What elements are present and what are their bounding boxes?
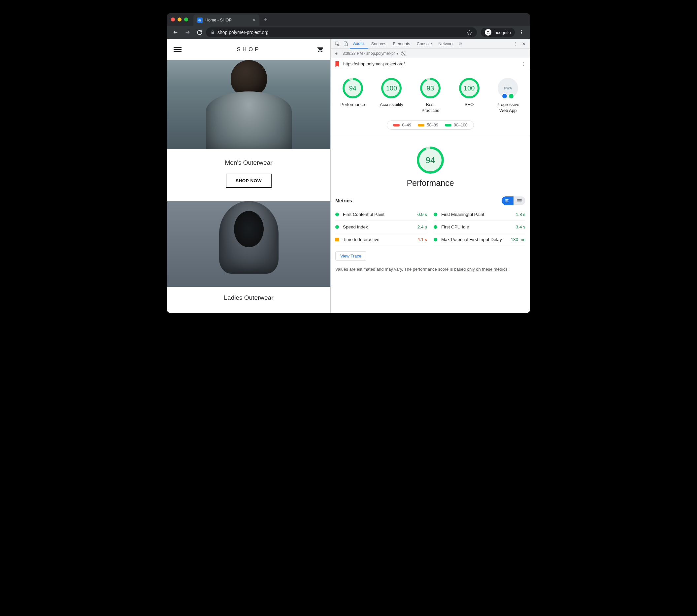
- tab-favicon-icon: 🛍: [197, 17, 203, 23]
- note-link[interactable]: based only on these metrics: [454, 267, 507, 272]
- gauge-accessibility[interactable]: 100 Accessibility: [375, 78, 408, 113]
- maximize-window-button[interactable]: [184, 17, 188, 21]
- metric-name: First Contentful Paint: [343, 212, 417, 217]
- svg-point-10: [523, 63, 524, 64]
- metric-fci[interactable]: First CPU Idle 3.4 s: [434, 221, 525, 233]
- metric-status-icon: [434, 212, 437, 216]
- reload-button[interactable]: [194, 27, 205, 38]
- lock-icon: [210, 30, 215, 35]
- tab-console[interactable]: Console: [414, 39, 435, 48]
- tab-sources[interactable]: Sources: [368, 39, 390, 48]
- audit-run-label: 3:38:27 PM - shop.polymer-pr: [343, 51, 395, 56]
- shop-now-button[interactable]: SHOP NOW: [226, 174, 272, 188]
- bookmark-star-icon[interactable]: [466, 30, 472, 35]
- note-prefix: Values are estimated and may vary. The p…: [335, 267, 454, 272]
- minimize-window-button[interactable]: [178, 17, 181, 21]
- window-controls: [171, 17, 188, 21]
- legend-avg: 50–89: [427, 123, 438, 128]
- browser-window: 🛍 Home - SHOP × + shop.polymer-project.o…: [167, 13, 530, 313]
- browser-tab[interactable]: 🛍 Home - SHOP ×: [193, 15, 259, 26]
- metric-name: Time to Interactive: [343, 237, 417, 242]
- metric-status-icon: [434, 238, 437, 241]
- svg-rect-14: [505, 202, 508, 202]
- metric-si[interactable]: Speed Index 2.4 s: [335, 221, 427, 233]
- note-suffix: .: [507, 267, 509, 272]
- svg-rect-5: [346, 43, 347, 46]
- audit-url: https://shop.polymer-project.org/: [343, 61, 405, 67]
- svg-rect-17: [517, 202, 521, 202]
- metric-value: 0.9 s: [417, 212, 427, 217]
- svg-point-11: [523, 65, 524, 65]
- metric-value: 130 ms: [511, 237, 525, 242]
- metric-tti[interactable]: Time to Interactive 4.1 s: [335, 233, 427, 246]
- svg-point-8: [515, 45, 516, 45]
- metric-status-icon: [335, 225, 339, 229]
- metric-value: 1.8 s: [516, 212, 525, 217]
- metrics-grid: First Contentful Paint 0.9 s First Meani…: [331, 208, 530, 246]
- audit-report-body[interactable]: 94 Performance Metrics: [331, 137, 530, 313]
- dropdown-caret-icon: ▾: [396, 51, 398, 56]
- tab-network[interactable]: Network: [435, 39, 457, 48]
- new-audit-button[interactable]: +: [333, 51, 340, 56]
- devtools-close-icon[interactable]: [519, 40, 528, 48]
- legend-fail: 0–49: [402, 123, 411, 128]
- svg-point-6: [515, 42, 516, 43]
- tab-elements[interactable]: Elements: [390, 39, 414, 48]
- tab-close-button[interactable]: ×: [252, 17, 255, 23]
- forward-button[interactable]: [182, 27, 193, 38]
- clear-audits-icon[interactable]: [401, 51, 406, 56]
- devtools-panel: Audits Sources Elements Console Network …: [330, 39, 530, 313]
- new-tab-button[interactable]: +: [263, 16, 267, 24]
- toolbar: shop.polymer-project.org Incognito: [167, 26, 530, 39]
- gauge-pwa[interactable]: PWA Progressive Web App: [491, 78, 524, 113]
- svg-point-0: [521, 30, 522, 31]
- more-tabs-icon[interactable]: [457, 40, 465, 48]
- metric-fid[interactable]: Max Potential First Input Delay 130 ms: [434, 233, 525, 246]
- metric-status-icon: [335, 238, 339, 241]
- toggle-expanded-button[interactable]: [514, 196, 525, 205]
- performance-gauge: 94: [417, 147, 444, 174]
- score-legend: 0–49 50–89 90–100: [331, 117, 530, 137]
- gauge-score: 100: [461, 80, 477, 97]
- devtools-menu-icon[interactable]: [511, 40, 519, 48]
- legend-pass: 90–100: [454, 123, 468, 128]
- metric-fmp[interactable]: First Meaningful Paint 1.8 s: [434, 208, 525, 221]
- address-bar[interactable]: shop.polymer-project.org: [206, 27, 477, 37]
- cart-icon[interactable]: [316, 46, 324, 54]
- svg-point-7: [515, 43, 516, 44]
- metric-value: 4.1 s: [417, 237, 427, 242]
- audit-menu-icon[interactable]: [521, 62, 526, 67]
- browser-menu-button[interactable]: [516, 27, 527, 38]
- back-button[interactable]: [170, 27, 181, 38]
- url-text: shop.polymer-project.org: [218, 30, 269, 35]
- incognito-label: Incognito: [493, 30, 511, 35]
- gauge-label: Performance: [341, 102, 365, 108]
- view-trace-button[interactable]: View Trace: [335, 251, 366, 261]
- menu-icon[interactable]: [174, 46, 181, 54]
- page-viewport: SHOP Men's Outerwear SHOP NOW Ladies Out…: [167, 39, 330, 313]
- svg-point-1: [521, 32, 522, 33]
- metrics-header: Metrics: [331, 194, 530, 208]
- device-toggle-icon[interactable]: [341, 40, 350, 48]
- audit-run-selector[interactable]: 3:38:27 PM - shop.polymer-pr ▾: [343, 51, 398, 56]
- close-window-button[interactable]: [171, 17, 175, 21]
- devtools-tab-strip: Audits Sources Elements Console Network: [331, 39, 530, 49]
- toggle-compact-button[interactable]: [502, 196, 514, 205]
- metrics-disclaimer: Values are estimated and may vary. The p…: [331, 264, 530, 279]
- hero-image-ladies[interactable]: [167, 201, 330, 287]
- shop-logo[interactable]: SHOP: [237, 46, 261, 53]
- gauge-seo[interactable]: 100 SEO: [453, 78, 486, 113]
- titlebar: 🛍 Home - SHOP × +: [167, 13, 530, 26]
- incognito-icon: [485, 29, 491, 36]
- tab-audits[interactable]: Audits: [350, 39, 368, 48]
- metric-fcp[interactable]: First Contentful Paint 0.9 s: [335, 208, 427, 221]
- inspect-element-icon[interactable]: [333, 40, 341, 48]
- gauge-best-practices[interactable]: 93 Best Practices: [414, 78, 447, 113]
- svg-rect-15: [517, 200, 521, 200]
- gauge-performance[interactable]: 94 Performance: [336, 78, 369, 113]
- metric-status-icon: [434, 225, 437, 229]
- gauge-label: Best Practices: [421, 102, 439, 113]
- svg-rect-12: [505, 200, 508, 200]
- category-block-ladies: Ladies Outerwear: [167, 287, 330, 312]
- hero-image-mens[interactable]: [167, 60, 330, 149]
